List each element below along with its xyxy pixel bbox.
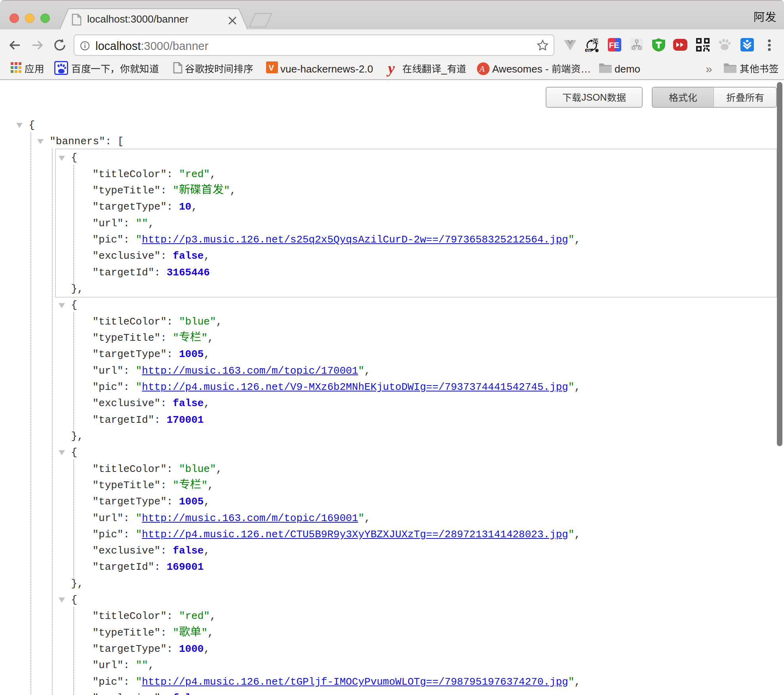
svg-text:en: en bbox=[585, 46, 592, 52]
svg-text:FE: FE bbox=[609, 41, 619, 50]
svg-text:V: V bbox=[269, 63, 274, 72]
svg-text:A: A bbox=[479, 64, 485, 74]
